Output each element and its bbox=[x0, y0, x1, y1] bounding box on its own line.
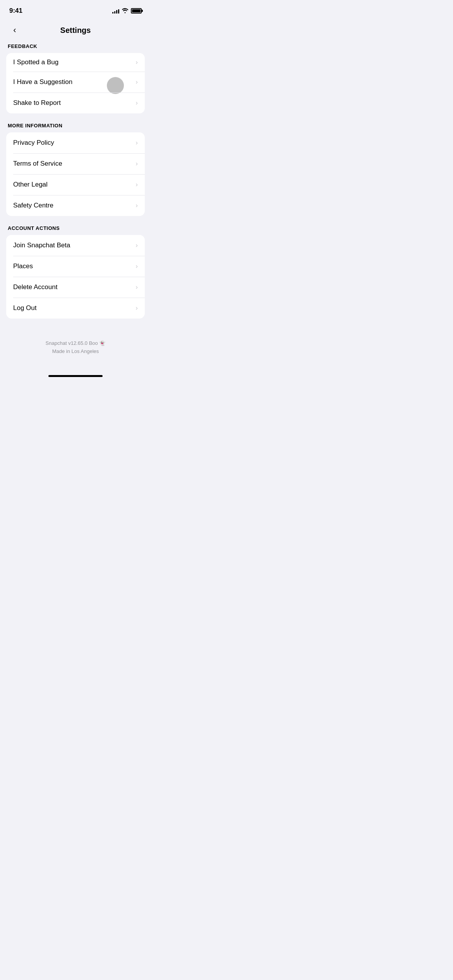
shake-report-label: Shake to Report bbox=[13, 99, 61, 107]
footer-version: Snapchat v12.65.0 Boo 👻 bbox=[8, 339, 143, 348]
status-icons bbox=[112, 8, 142, 14]
list-item[interactable]: Places › bbox=[6, 256, 145, 277]
more-information-section: MORE INFORMATION Privacy Policy › Terms … bbox=[0, 123, 151, 216]
chevron-right-icon: › bbox=[136, 283, 138, 291]
chevron-right-icon: › bbox=[136, 262, 138, 270]
list-item[interactable]: Other Legal › bbox=[6, 174, 145, 195]
chevron-right-icon: › bbox=[136, 58, 138, 66]
list-item[interactable]: Privacy Policy › bbox=[6, 132, 145, 153]
back-button[interactable]: ‹ bbox=[8, 23, 22, 37]
privacy-policy-label: Privacy Policy bbox=[13, 139, 54, 147]
more-information-menu-card: Privacy Policy › Terms of Service › Othe… bbox=[6, 132, 145, 216]
list-item[interactable]: Safety Centre › bbox=[6, 195, 145, 216]
account-actions-menu-card: Join Snapchat Beta › Places › Delete Acc… bbox=[6, 235, 145, 319]
terms-of-service-label: Terms of Service bbox=[13, 160, 62, 168]
places-label: Places bbox=[13, 262, 33, 270]
chevron-right-icon: › bbox=[136, 304, 138, 312]
delete-account-label: Delete Account bbox=[13, 283, 57, 291]
more-information-section-header: MORE INFORMATION bbox=[0, 123, 151, 132]
footer-text: Snapchat v12.65.0 Boo 👻 Made in Los Ange… bbox=[8, 339, 143, 356]
chevron-right-icon: › bbox=[136, 139, 138, 147]
chevron-right-icon: › bbox=[136, 202, 138, 209]
suggestion-label: I Have a Suggestion bbox=[13, 78, 72, 86]
list-item[interactable]: Terms of Service › bbox=[6, 153, 145, 174]
account-actions-section: ACCOUNT ACTIONS Join Snapchat Beta › Pla… bbox=[0, 225, 151, 319]
list-item[interactable]: Join Snapchat Beta › bbox=[6, 235, 145, 256]
feedback-menu-card: I Spotted a Bug › I Have a Suggestion › … bbox=[6, 53, 145, 113]
page-title: Settings bbox=[60, 26, 91, 35]
header: ‹ Settings bbox=[0, 19, 151, 43]
safety-centre-label: Safety Centre bbox=[13, 202, 53, 209]
chevron-right-icon: › bbox=[136, 181, 138, 188]
home-bar bbox=[48, 375, 103, 377]
account-actions-section-header: ACCOUNT ACTIONS bbox=[0, 225, 151, 235]
back-chevron-icon: ‹ bbox=[13, 26, 16, 34]
chevron-right-icon: › bbox=[136, 99, 138, 107]
footer-location: Made in Los Angeles bbox=[8, 348, 143, 356]
status-bar: 9:41 bbox=[0, 0, 151, 19]
battery-icon bbox=[131, 8, 142, 14]
feedback-section: FEEDBACK I Spotted a Bug › I Have a Sugg… bbox=[0, 43, 151, 113]
chevron-right-icon: › bbox=[136, 78, 138, 86]
wifi-icon bbox=[122, 8, 129, 14]
footer: Snapchat v12.65.0 Boo 👻 Made in Los Ange… bbox=[0, 328, 151, 371]
chevron-right-icon: › bbox=[136, 160, 138, 168]
home-indicator bbox=[0, 375, 151, 380]
list-item[interactable]: I Have a Suggestion › bbox=[6, 72, 145, 93]
list-item[interactable]: I Spotted a Bug › bbox=[6, 53, 145, 72]
status-time: 9:41 bbox=[9, 7, 22, 15]
join-beta-label: Join Snapchat Beta bbox=[13, 242, 70, 249]
list-item[interactable]: Log Out › bbox=[6, 298, 145, 319]
signal-icon bbox=[112, 8, 119, 14]
other-legal-label: Other Legal bbox=[13, 181, 48, 188]
list-item[interactable]: Delete Account › bbox=[6, 277, 145, 298]
chevron-right-icon: › bbox=[136, 242, 138, 249]
feedback-section-header: FEEDBACK bbox=[0, 43, 151, 53]
log-out-label: Log Out bbox=[13, 304, 37, 312]
list-item[interactable]: Shake to Report › bbox=[6, 93, 145, 113]
spotted-bug-label: I Spotted a Bug bbox=[13, 58, 58, 66]
